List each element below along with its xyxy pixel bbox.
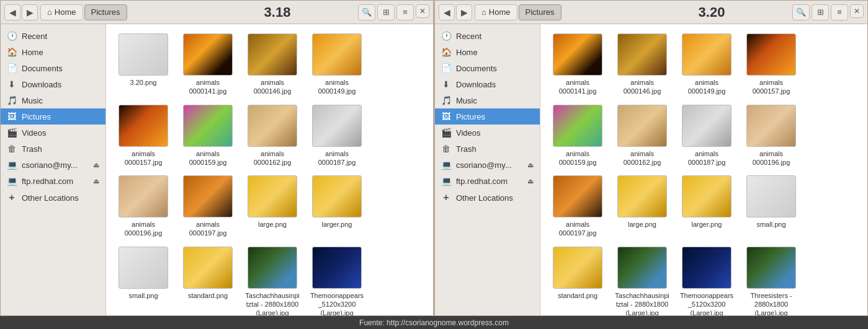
file-item[interactable]: animals 0000196.jpg	[740, 102, 802, 170]
file-item[interactable]: animals 0000149.jpg	[306, 30, 368, 99]
file-item[interactable]: Themoonappears_5120x3200 (Large).jpg	[676, 243, 738, 315]
sidebar-item-trash[interactable]: 🗑Trash	[1, 141, 105, 157]
file-item[interactable]: standard.png	[177, 243, 239, 315]
sidebar-label-recent: Recent	[22, 32, 47, 41]
file-item[interactable]: animals 0000157.jpg	[112, 102, 174, 170]
file-thumbnail	[119, 33, 168, 76]
file-item[interactable]: animals 0000146.jpg	[611, 30, 673, 99]
file-thumbnail	[183, 247, 233, 289]
sidebar-item-home[interactable]: 🏠Home	[1, 44, 105, 60]
sidebar-item-recent[interactable]: 🕐Recent	[435, 28, 540, 44]
file-name: small.png	[128, 291, 158, 300]
sidebar-item-other[interactable]: +Other Locations	[1, 189, 105, 206]
search-button-left[interactable]: 🔍	[358, 4, 375, 20]
file-item[interactable]: Taschachhausinpitztal - 2880x1800 (Large…	[611, 243, 673, 315]
file-item[interactable]: Threesisters - 2880x1800 (Large).jpg	[740, 243, 802, 315]
file-thumbnail	[746, 105, 796, 147]
eject-icon-ftp[interactable]: ⏏	[93, 177, 99, 185]
file-item[interactable]: large.png	[241, 172, 303, 241]
menu-button-right[interactable]: ≡	[831, 4, 848, 20]
sidebar-item-recent[interactable]: 🕐Recent	[1, 28, 105, 44]
file-item[interactable]: 3.20.png	[112, 30, 174, 99]
file-item[interactable]: animals 0000157.jpg	[740, 30, 802, 99]
file-item[interactable]: animals 0000197.jpg	[547, 172, 609, 241]
file-item[interactable]: small.png	[740, 172, 802, 241]
sidebar-label-documents: Documents	[22, 64, 63, 73]
file-name: small.png	[756, 220, 785, 229]
file-item[interactable]: animals 0000162.jpg	[611, 102, 673, 170]
file-item[interactable]: animals 0000141.jpg	[547, 30, 609, 99]
sidebar-item-videos[interactable]: 🎬Videos	[1, 125, 105, 141]
file-name: animals 0000141.jpg	[550, 78, 606, 96]
back-button-right[interactable]: ◀	[439, 4, 455, 20]
sidebar-label-csoriano: csoriano@my...	[22, 160, 78, 170]
sidebar-item-downloads[interactable]: ⬇Downloads	[1, 76, 105, 92]
file-item[interactable]: animals 0000197.jpg	[177, 172, 239, 241]
fm-body-left: 🕐Recent🏠Home📄Documents⬇Downloads🎵Music🖼P…	[1, 24, 433, 315]
file-item[interactable]: animals 0000146.jpg	[241, 30, 303, 99]
file-thumbnail	[746, 175, 796, 217]
sidebar-label-music: Music	[22, 96, 43, 105]
file-item[interactable]: animals 0000162.jpg	[241, 102, 303, 170]
eject-icon-csoriano[interactable]: ⏏	[527, 161, 534, 169]
file-name: larger.png	[692, 220, 722, 229]
close-button-left[interactable]: ✕	[416, 4, 429, 18]
breadcrumb-right: ⌂ Home Pictures	[475, 4, 631, 20]
file-item[interactable]: animals 0000149.jpg	[676, 30, 738, 99]
sidebar-item-videos[interactable]: 🎬Videos	[435, 125, 540, 141]
file-item[interactable]: animals 0000141.jpg	[177, 30, 239, 99]
file-item[interactable]: animals 0000196.jpg	[112, 172, 174, 241]
sidebar-item-music[interactable]: 🎵Music	[1, 92, 105, 108]
grid-button-left[interactable]: ⊞	[377, 4, 395, 20]
sidebar-item-trash[interactable]: 🗑Trash	[435, 141, 540, 157]
file-thumbnail	[553, 33, 602, 76]
sidebar-item-documents[interactable]: 📄Documents	[435, 60, 540, 76]
file-item[interactable]: animals 0000187.jpg	[676, 102, 738, 170]
file-item[interactable]: animals 0000187.jpg	[306, 102, 368, 170]
sidebar-label-other: Other Locations	[456, 193, 513, 203]
sidebar-item-downloads[interactable]: ⬇Downloads	[435, 76, 540, 92]
file-thumbnail	[248, 175, 297, 217]
grid-button-right[interactable]: ⊞	[812, 4, 829, 20]
file-item[interactable]: large.png	[611, 172, 673, 241]
breadcrumb-home-right[interactable]: ⌂ Home	[475, 4, 517, 20]
file-item[interactable]: larger.png	[676, 172, 738, 241]
breadcrumb-home-left[interactable]: ⌂ Home	[40, 4, 83, 20]
eject-icon-csoriano[interactable]: ⏏	[93, 161, 99, 169]
file-name: standard.png	[558, 291, 597, 300]
sidebar-item-documents[interactable]: 📄Documents	[1, 60, 105, 76]
forward-button-right[interactable]: ▶	[456, 4, 472, 20]
titlebar-actions-right: 🔍 ⊞ ≡ ✕	[792, 4, 864, 20]
close-button-right[interactable]: ✕	[850, 4, 864, 18]
file-item[interactable]: Taschachhausinpitztal - 2880x1800 (Large…	[241, 243, 303, 315]
file-name: animals 0000162.jpg	[244, 149, 300, 167]
file-name: animals 0000159.jpg	[180, 149, 236, 167]
breadcrumb-pictures-left[interactable]: Pictures	[84, 4, 127, 20]
nav-buttons-left: ◀ ▶	[4, 4, 38, 20]
file-item[interactable]: Themoonappears_5120x3200 (Large).jpg	[306, 243, 368, 315]
sidebar-item-other[interactable]: +Other Locations	[435, 189, 540, 206]
sidebar-item-ftp[interactable]: 💻ftp.redhat.com⏏	[435, 173, 540, 189]
sidebar-icon-pictures: 🖼	[7, 112, 17, 121]
sidebar-item-pictures[interactable]: 🖼Pictures	[1, 108, 105, 125]
file-thumbnail	[617, 247, 667, 289]
sidebar-item-home[interactable]: 🏠Home	[435, 44, 540, 60]
file-thumbnail	[248, 105, 297, 147]
sidebar-item-csoriano[interactable]: 💻csoriano@my...⏏	[435, 157, 540, 173]
sidebar-item-pictures[interactable]: 🖼Pictures	[435, 108, 540, 125]
sidebar-item-csoriano[interactable]: 💻csoriano@my...⏏	[1, 157, 105, 173]
forward-button-left[interactable]: ▶	[22, 4, 38, 20]
file-item[interactable]: standard.png	[547, 243, 609, 315]
file-item[interactable]: larger.png	[306, 172, 368, 241]
file-item[interactable]: animals 0000159.jpg	[177, 102, 239, 170]
back-button-left[interactable]: ◀	[4, 4, 20, 20]
file-name: animals 0000197.jpg	[550, 220, 606, 238]
menu-button-left[interactable]: ≡	[396, 4, 414, 20]
search-button-right[interactable]: 🔍	[792, 4, 810, 20]
eject-icon-ftp[interactable]: ⏏	[527, 177, 534, 185]
breadcrumb-pictures-right[interactable]: Pictures	[519, 4, 562, 20]
file-item[interactable]: animals 0000159.jpg	[547, 102, 609, 170]
sidebar-item-ftp[interactable]: 💻ftp.redhat.com⏏	[1, 173, 105, 189]
sidebar-item-music[interactable]: 🎵Music	[435, 92, 540, 108]
file-item[interactable]: small.png	[112, 243, 174, 315]
